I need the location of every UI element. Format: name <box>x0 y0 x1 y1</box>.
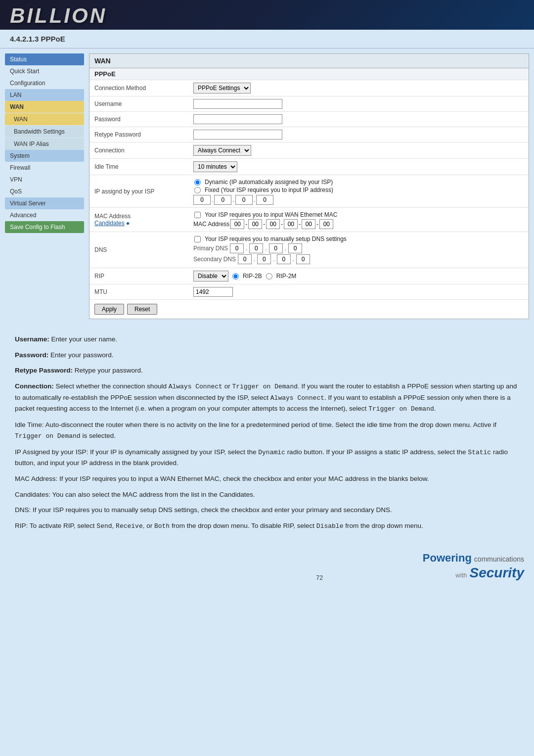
sidebar: Status Quick Start Configuration LAN WAN… <box>5 53 84 319</box>
secondary-dns-label: Secondary DNS <box>193 256 236 263</box>
ip-dynamic-label: Dynamic (IP automatically assigned by yo… <box>205 179 333 186</box>
mac-checkbox-row: Your ISP requires you to input WAN Ether… <box>193 211 524 218</box>
rip-select[interactable]: Disable <box>193 271 228 282</box>
retype-password-label: Retype Password <box>89 127 188 142</box>
sidebar-item-system[interactable]: System <box>5 150 84 162</box>
primary-dns-label: Primary DNS <box>193 245 228 252</box>
pdns-2[interactable] <box>249 243 263 253</box>
row-password: Password <box>89 112 529 127</box>
candidates-icon[interactable]: ● <box>126 220 130 227</box>
mac-field-2[interactable] <box>248 219 262 229</box>
retype-password-input[interactable] <box>193 130 282 140</box>
desc-mac: MAC Address: If your ISP requires you to… <box>15 473 519 484</box>
sidebar-item-quickstart[interactable]: Quick Start <box>5 65 84 77</box>
connection-method-label: Connection Method <box>89 80 188 96</box>
brand-security: Security <box>470 565 525 580</box>
ip-field-4[interactable] <box>256 195 273 205</box>
row-connection: Connection Always Connect <box>89 142 529 159</box>
ip-field-1[interactable] <box>193 195 211 205</box>
main-layout: Status Quick Start Configuration LAN WAN… <box>0 48 534 324</box>
sidebar-item-status[interactable]: Status <box>5 53 84 65</box>
primary-dns-row: Primary DNS . . . <box>193 243 524 253</box>
mac-field-5[interactable] <box>302 219 315 229</box>
sidebar-item-firewall[interactable]: Firewall <box>5 162 84 174</box>
ip-field-3[interactable] <box>235 195 253 205</box>
row-retype-password: Retype Password <box>89 127 529 142</box>
desc-ip: IP Assigned by your ISP: If your IP is d… <box>15 447 519 469</box>
row-mtu: MTU 1492 <box>89 284 529 300</box>
desc-password: Password: Enter your password. <box>15 350 519 361</box>
page-number: 72 <box>216 574 422 581</box>
pdns-4[interactable] <box>288 243 302 253</box>
row-idle-time: Idle Time 10 minutes <box>89 159 529 175</box>
idle-time-label: Idle Time <box>89 159 188 175</box>
sidebar-item-wanip[interactable]: WAN IP Alias <box>5 138 84 150</box>
mac-address-label: MAC Address <box>94 213 131 220</box>
sidebar-item-wan[interactable]: WAN <box>5 101 84 113</box>
sidebar-item-lan[interactable]: LAN <box>5 89 84 101</box>
mac-checkbox[interactable] <box>194 212 201 218</box>
mac-field-4[interactable] <box>284 219 298 229</box>
pdns-3[interactable] <box>269 243 283 253</box>
ip-assign-label: IP assignd by your ISP <box>89 175 188 208</box>
sidebar-item-virtualserver[interactable]: Virtual Server <box>5 197 84 209</box>
footer: 72 Powering communications with Security <box>0 547 534 586</box>
pdns-1[interactable] <box>230 243 244 253</box>
ip-dynamic-row: Dynamic (IP automatically assigned by yo… <box>193 179 524 186</box>
connection-select[interactable]: Always Connect <box>193 145 251 156</box>
connection-method-select[interactable]: PPPoE Settings <box>193 83 251 94</box>
ip-field-2[interactable] <box>214 195 231 205</box>
row-rip: RIP Disable RIP-2B RIP-2M <box>89 268 529 284</box>
desc-idle: Idle Time: Auto-disconnect the router wh… <box>15 420 519 441</box>
sidebar-item-qos[interactable]: QoS <box>5 186 84 197</box>
sdns-3[interactable] <box>277 254 291 264</box>
username-label: Username <box>89 96 188 112</box>
desc-retype: Retype Password: Retype your password. <box>15 365 519 376</box>
sdns-1[interactable] <box>238 254 252 264</box>
brand-with: with <box>455 571 467 579</box>
desc-connection: Connection: Select whether the connectio… <box>15 381 519 415</box>
secondary-dns-row: Secondary DNS . . . <box>193 254 524 264</box>
sidebar-item-saveconfig[interactable]: Save Config to Flash <box>5 221 84 233</box>
sidebar-item-bandwidth[interactable]: Bandwidth Settings <box>5 126 84 138</box>
reset-button[interactable]: Reset <box>127 304 157 315</box>
mac-field-1[interactable] <box>230 219 244 229</box>
desc-dns: DNS: If your ISP requires you to manuall… <box>15 505 519 516</box>
ip-fixed-radio[interactable] <box>194 187 201 193</box>
mtu-input[interactable]: 1492 <box>193 287 233 297</box>
sidebar-item-configuration[interactable]: Configuration <box>5 77 84 89</box>
rip-rip2b-label: RIP-2B <box>243 273 262 280</box>
sidebar-item-vpn[interactable]: VPN <box>5 174 84 186</box>
wan-form-table: Connection Method PPPoE Settings Usernam… <box>89 80 529 300</box>
description-area: Username: Enter your user name. Password… <box>0 324 534 547</box>
buttons-row: Apply Reset <box>89 300 529 319</box>
row-ip-assign: IP assignd by your ISP Dynamic (IP autom… <box>89 175 529 208</box>
ip-dynamic-radio[interactable] <box>194 179 201 186</box>
rip-rip2b-radio[interactable] <box>232 273 239 280</box>
idle-time-select[interactable]: 10 minutes <box>193 161 237 172</box>
mac-checkbox-label: Your ISP requires you to input WAN Ether… <box>205 211 337 218</box>
footer-brand: Powering communications with Security <box>423 552 524 581</box>
connection-label: Connection <box>89 142 188 159</box>
rip-rip2m-radio[interactable] <box>266 273 272 280</box>
row-dns: DNS Your ISP requires you to manually se… <box>89 232 529 268</box>
sdns-2[interactable] <box>257 254 271 264</box>
sidebar-item-wan-sub[interactable]: WAN <box>5 113 84 125</box>
apply-button[interactable]: Apply <box>94 304 124 315</box>
candidates-label: Candidates <box>94 220 125 227</box>
mac-address-label2: MAC Address <box>193 221 229 228</box>
sidebar-item-advanced[interactable]: Advanced <box>5 209 84 221</box>
row-mac: MAC Address Candidates ● Your ISP requir… <box>89 208 529 232</box>
section-title: 4.4.2.1.3 PPPoE <box>0 30 534 48</box>
ip-fixed-label: Fixed (Your ISP requires you to input IP… <box>205 187 333 193</box>
desc-rip: RIP: To activate RIP, select Send, Recei… <box>15 520 519 532</box>
dns-checkbox-row: Your ISP requires you to manually setup … <box>193 236 524 242</box>
mac-field-3[interactable] <box>266 219 280 229</box>
password-label: Password <box>89 112 188 127</box>
username-input[interactable] <box>193 99 282 109</box>
mac-field-6[interactable] <box>319 219 333 229</box>
dns-checkbox[interactable] <box>194 236 201 242</box>
desc-candidates: Candidates: You can also select the MAC … <box>15 489 519 500</box>
sdns-4[interactable] <box>296 254 310 264</box>
password-input[interactable] <box>193 114 282 124</box>
